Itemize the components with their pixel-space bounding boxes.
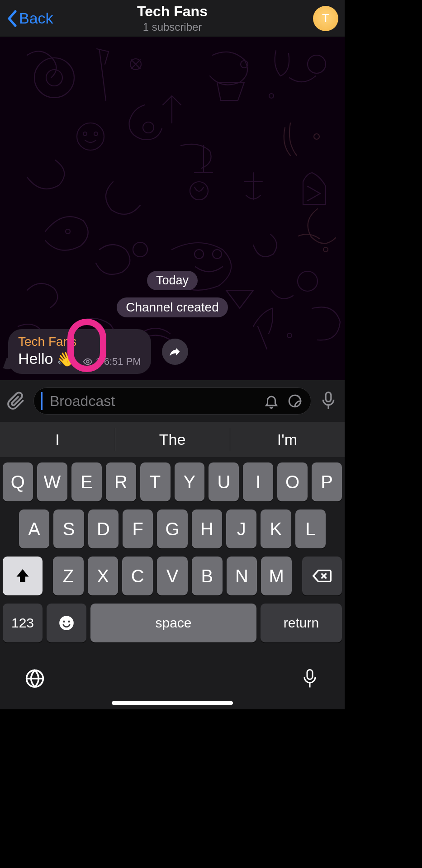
- keyboard-dictation-button[interactable]: [299, 667, 321, 690]
- keyboard-suggestions: I The I'm: [0, 422, 345, 457]
- svg-point-3: [241, 61, 248, 68]
- key-t[interactable]: T: [140, 462, 171, 501]
- emoji-icon: [58, 614, 75, 632]
- microphone-icon: [302, 668, 318, 689]
- voice-message-button[interactable]: [317, 389, 340, 413]
- key-r[interactable]: R: [106, 462, 136, 501]
- key-c[interactable]: C: [122, 557, 153, 595]
- system-message: Channel created: [117, 297, 228, 317]
- svg-point-11: [66, 229, 70, 234]
- svg-point-0: [34, 58, 74, 98]
- svg-rect-28: [307, 670, 313, 679]
- compose-bar: [0, 380, 345, 422]
- svg-point-4: [269, 94, 274, 98]
- key-m[interactable]: M: [261, 557, 292, 595]
- key-v[interactable]: V: [157, 557, 188, 595]
- svg-point-26: [68, 621, 70, 623]
- svg-point-19: [314, 134, 319, 139]
- share-button[interactable]: [162, 339, 188, 365]
- key-f[interactable]: F: [123, 509, 153, 548]
- back-button[interactable]: Back: [6, 9, 53, 27]
- key-d[interactable]: D: [88, 509, 119, 548]
- suggestion-3[interactable]: I'm: [230, 422, 345, 457]
- message-time: 6:51 PM: [104, 356, 141, 368]
- message-bubble[interactable]: Tech Fans Hello 👋 1 6:51 PM: [8, 329, 151, 374]
- date-separator: Today: [147, 271, 198, 290]
- back-label: Back: [19, 9, 53, 27]
- svg-point-1: [46, 70, 62, 86]
- svg-point-6: [143, 122, 154, 133]
- message-row: Tech Fans Hello 👋 1 6:51 PM: [0, 329, 345, 374]
- emoji-key[interactable]: [47, 604, 86, 642]
- key-n[interactable]: N: [227, 557, 257, 595]
- key-y[interactable]: Y: [175, 462, 205, 501]
- backspace-key[interactable]: [302, 557, 342, 595]
- suggestion-1[interactable]: I: [0, 422, 115, 457]
- svg-point-9: [94, 132, 98, 136]
- sticker-button[interactable]: [286, 392, 303, 410]
- key-u[interactable]: U: [209, 462, 239, 501]
- key-w[interactable]: W: [37, 462, 67, 501]
- mute-button[interactable]: [263, 392, 280, 410]
- key-g[interactable]: G: [157, 509, 187, 548]
- chat-area[interactable]: Today Channel created Tech Fans Hello 👋 …: [0, 37, 345, 380]
- chat-subtitle: 1 subscriber: [143, 21, 202, 33]
- attach-button[interactable]: [5, 389, 28, 413]
- sticker-icon: [287, 393, 303, 409]
- chat-header: Back Tech Fans 1 subscriber T: [0, 0, 345, 37]
- svg-point-20: [323, 247, 328, 252]
- key-z[interactable]: Z: [53, 557, 84, 595]
- svg-point-10: [190, 182, 208, 200]
- home-indicator[interactable]: [112, 701, 233, 705]
- key-x[interactable]: X: [88, 557, 119, 595]
- globe-icon: [25, 669, 45, 689]
- svg-point-5: [308, 55, 326, 73]
- key-o[interactable]: O: [277, 462, 308, 501]
- suggestion-2[interactable]: The: [115, 422, 230, 457]
- return-key[interactable]: return: [261, 604, 342, 642]
- message-text: Hello: [18, 350, 53, 368]
- text-cursor: [41, 392, 43, 410]
- keyboard-globe-button[interactable]: [24, 667, 46, 690]
- channel-avatar[interactable]: T: [313, 6, 338, 31]
- space-key[interactable]: space: [90, 604, 256, 642]
- svg-point-14: [213, 250, 222, 259]
- chat-title[interactable]: Tech Fans: [137, 3, 208, 20]
- wave-emoji: 👋: [57, 350, 75, 368]
- message-input-container[interactable]: [33, 387, 311, 415]
- key-h[interactable]: H: [192, 509, 222, 548]
- key-b[interactable]: B: [192, 557, 223, 595]
- backspace-icon: [312, 568, 332, 584]
- key-a[interactable]: A: [19, 509, 49, 548]
- bell-icon: [264, 393, 279, 409]
- key-i[interactable]: I: [243, 462, 273, 501]
- key-q[interactable]: Q: [3, 462, 33, 501]
- avatar-letter: T: [322, 11, 329, 25]
- view-count: 1: [95, 356, 101, 368]
- svg-point-7: [77, 123, 104, 150]
- message-meta: 1 6:51 PM: [83, 356, 141, 368]
- keyboard: I The I'm QWERTYUIOP ASDFGHJKL ZXCVBNM 1…: [0, 422, 345, 709]
- svg-point-21: [87, 360, 90, 363]
- numbers-key[interactable]: 123: [3, 604, 43, 642]
- svg-point-2: [130, 59, 141, 70]
- microphone-icon: [320, 391, 337, 411]
- key-s[interactable]: S: [53, 509, 84, 548]
- shift-key[interactable]: [3, 557, 43, 595]
- paperclip-icon: [7, 392, 26, 410]
- key-k[interactable]: K: [261, 509, 291, 548]
- shift-icon: [14, 568, 31, 584]
- svg-point-8: [83, 132, 87, 136]
- svg-point-13: [194, 250, 204, 259]
- key-l[interactable]: L: [295, 509, 326, 548]
- svg-rect-23: [326, 392, 331, 402]
- svg-point-24: [59, 616, 74, 630]
- svg-point-12: [133, 242, 147, 257]
- key-e[interactable]: E: [71, 462, 102, 501]
- message-input[interactable]: [50, 393, 256, 410]
- share-icon: [169, 345, 181, 358]
- chevron-left-icon: [6, 10, 17, 27]
- svg-point-15: [298, 271, 318, 291]
- key-p[interactable]: P: [312, 462, 342, 501]
- key-j[interactable]: J: [226, 509, 256, 548]
